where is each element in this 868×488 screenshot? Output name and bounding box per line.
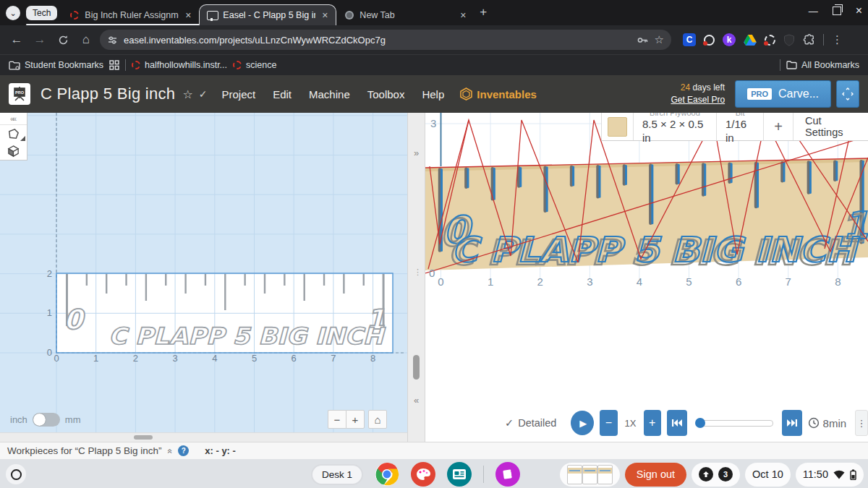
screencast-app-icon[interactable]	[447, 462, 472, 487]
apps-grid-icon[interactable]	[109, 60, 119, 70]
zoom-in-button[interactable]: +	[346, 410, 365, 429]
zoom-out-button[interactable]: −	[328, 410, 346, 429]
date-pill[interactable]: Oct 10	[745, 463, 791, 487]
bookmark-star-icon[interactable]: ☆	[655, 33, 664, 46]
speed-down-button[interactable]: −	[600, 410, 617, 436]
notes-app-icon[interactable]: ✦✦	[495, 462, 520, 487]
window-thumbnail[interactable]	[597, 465, 613, 484]
tab-close-icon[interactable]: ×	[458, 9, 468, 21]
site-settings-icon[interactable]	[107, 35, 118, 46]
sign-out-button[interactable]: Sign out	[625, 463, 686, 487]
back-icon[interactable]: ←	[7, 30, 26, 49]
minimize-button[interactable]: —	[809, 6, 818, 17]
units-toggle[interactable]	[33, 413, 60, 427]
launcher-button[interactable]	[6, 464, 26, 484]
get-easel-pro-link[interactable]: Get Easel Pro	[671, 94, 725, 106]
preview-panel-3d[interactable]: 3 0 0 1 1 C PLAPP 5 BIG INCH C PLAPP 5 B…	[425, 113, 868, 442]
window-thumbnail[interactable]	[567, 465, 582, 484]
material-swatch[interactable]	[608, 117, 627, 137]
notifications-pill[interactable]: 3	[692, 463, 740, 487]
easel-logo[interactable]: PRO	[9, 83, 30, 105]
tab-search-button[interactable]: ⌄	[6, 6, 20, 20]
preview-y-label-0: 0	[429, 267, 435, 279]
cut-settings-button[interactable]: Cut Settings	[793, 113, 868, 140]
bookmark-halfhollowhills[interactable]: halfhollowhills.instr...	[132, 60, 227, 70]
carve-button[interactable]: PRO Carve...	[735, 80, 831, 108]
fullscreen-toggle-button[interactable]	[836, 80, 859, 108]
dashed-ring-extension-icon[interactable]	[765, 35, 775, 46]
workpieces-label[interactable]: Workpieces for “C Plapp 5 Big inch”	[7, 445, 162, 456]
clever-extension-icon[interactable]: C	[683, 33, 696, 46]
home-icon[interactable]: ⌂	[77, 30, 95, 49]
browser-menu-kebab-icon[interactable]: ⋮	[832, 33, 843, 46]
progress-slider[interactable]	[696, 420, 773, 427]
forward-icon[interactable]: →	[30, 30, 49, 49]
chrome-app-icon[interactable]	[375, 462, 399, 487]
menu-machine[interactable]: Machine	[309, 88, 350, 100]
collapse-tools-icon[interactable]: ««	[0, 113, 27, 125]
menu-help[interactable]: Help	[422, 88, 444, 100]
tab-easel-active[interactable]: Easel - C Plapp 5 Big inch ×	[199, 4, 336, 25]
speed-up-button[interactable]: +	[644, 410, 661, 436]
ruler-text-2d[interactable]: C PLAPP 5 BIG INCH	[109, 322, 386, 350]
ruler-numeral-0-2d[interactable]: 0	[64, 304, 85, 335]
favorite-star-icon[interactable]: ☆	[182, 87, 192, 101]
play-button[interactable]: ▶	[571, 411, 594, 435]
tab-new-tab[interactable]: New Tab ×	[336, 4, 474, 25]
address-bar[interactable]: easel.inventables.com/projects/uLLnzCnWy…	[100, 30, 671, 50]
detailed-checkbox[interactable]: ✓ Detailed	[505, 417, 556, 429]
material-swatch-cell[interactable]	[602, 113, 633, 140]
help-icon[interactable]: ?	[178, 445, 189, 456]
tab-close-icon[interactable]: ×	[320, 9, 330, 21]
sim-options-kebab-icon[interactable]: ⋮	[855, 410, 868, 436]
canvas-app-icon[interactable]	[411, 462, 435, 487]
google-drive-icon[interactable]	[744, 34, 757, 46]
design-canvas-2d[interactable]: 0 1 C PLAPP 5 BIG INCH 012345678 012 ««	[0, 113, 407, 432]
skip-to-start-button[interactable]	[667, 410, 687, 436]
divider-drag-handle[interactable]: ⋮⋮	[414, 270, 419, 274]
window-thumbnail[interactable]	[582, 465, 597, 484]
shield-extension-icon[interactable]	[783, 34, 795, 46]
menu-project[interactable]: Project	[221, 88, 255, 100]
menu-toolbox[interactable]: Toolbox	[367, 88, 405, 100]
new-tab-button[interactable]: +	[480, 5, 487, 20]
skip-to-end-button[interactable]	[782, 410, 802, 436]
close-window-button[interactable]: ×	[856, 4, 862, 17]
panel-divider[interactable]: » ⋮⋮ «	[407, 113, 425, 442]
password-key-icon[interactable]	[637, 34, 649, 46]
bookmark-folder-student[interactable]: Student Bookmarks	[9, 60, 103, 70]
extension-ring-icon[interactable]	[704, 35, 715, 46]
hscroll-thumb[interactable]	[134, 435, 153, 440]
inventables-link[interactable]: Inventables	[460, 87, 537, 100]
bookmark-science[interactable]: science	[233, 60, 276, 70]
svg-text:2: 2	[133, 353, 138, 364]
tab-big-inch-ruler[interactable]: Big Inch Ruler Assignment ×	[61, 4, 199, 25]
tab-close-icon[interactable]: ×	[183, 9, 193, 21]
material-info-cell[interactable]: Birch Plywood 8.5 × 2 × 0.5 in	[633, 113, 716, 140]
desk-button[interactable]: Desk 1	[311, 464, 363, 485]
svg-text:0: 0	[54, 353, 59, 364]
add-bit-button[interactable]: +	[763, 113, 793, 140]
reload-icon[interactable]	[54, 30, 72, 49]
zoom-home-button[interactable]: ⌂	[368, 410, 387, 429]
expand-right-icon[interactable]: »	[408, 147, 425, 158]
extensions-puzzle-icon[interactable]	[803, 34, 815, 46]
collapse-up-icon[interactable]: «	[165, 448, 175, 453]
project-title[interactable]: C Plapp 5 Big inch	[41, 85, 175, 103]
restore-button[interactable]	[833, 7, 841, 15]
status-pill[interactable]: 11:50	[796, 463, 864, 487]
vertical-scrollbar-thumb[interactable]	[413, 355, 420, 380]
menu-edit[interactable]: Edit	[273, 88, 292, 100]
bit-cell[interactable]: Bit 1/16 in	[716, 113, 763, 140]
3d-shape-tool-button[interactable]	[0, 142, 27, 160]
horizontal-scrollbar[interactable]	[0, 432, 407, 442]
kami-extension-icon[interactable]: k	[723, 33, 736, 46]
all-bookmarks-button[interactable]: All Bookmarks	[786, 60, 859, 70]
slider-thumb[interactable]	[695, 418, 705, 428]
tab-group-chip[interactable]: Tech	[26, 6, 57, 20]
collapse-left-icon[interactable]: «	[408, 395, 425, 406]
url-text[interactable]: easel.inventables.com/projects/uLLnzCnWy…	[124, 35, 631, 46]
shape-tool-button[interactable]	[0, 125, 27, 142]
window-thumbnails[interactable]	[560, 463, 620, 487]
svg-text:6: 6	[736, 275, 741, 288]
